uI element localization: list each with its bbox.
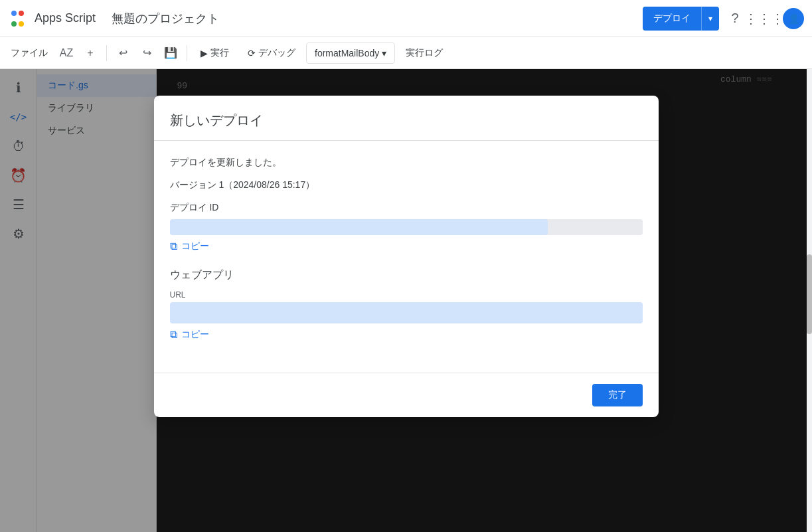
deploy-main-label: デプロイ bbox=[643, 7, 702, 31]
svg-point-2 bbox=[11, 21, 17, 27]
deploy-id-label: デプロイ ID bbox=[170, 202, 643, 214]
apps-button[interactable]: ⋮⋮⋮ bbox=[751, 5, 777, 32]
svg-point-0 bbox=[11, 11, 17, 16]
toolbar-separator-1 bbox=[106, 45, 107, 61]
copy-label-1: コピー bbox=[181, 240, 209, 252]
function-selector[interactable]: formatMailBody ▾ bbox=[306, 43, 395, 64]
copy-deploy-id-button[interactable]: ⧉ コピー bbox=[170, 240, 643, 252]
apps-grid-icon: ⋮⋮⋮ bbox=[744, 11, 784, 27]
copy-url-button[interactable]: ⧉ コピー bbox=[170, 329, 643, 341]
copy-label-2: コピー bbox=[181, 329, 209, 341]
modal-footer: 完了 bbox=[154, 373, 659, 417]
log-label: 実行ログ bbox=[406, 47, 443, 59]
save-button[interactable]: 💾 bbox=[160, 43, 181, 64]
version-text: バージョン 1（2024/08/26 15:17） bbox=[170, 179, 643, 191]
app-logo: Apps Script bbox=[8, 8, 96, 29]
url-label: URL bbox=[170, 290, 643, 300]
done-button[interactable]: 完了 bbox=[592, 384, 643, 406]
toolbar-separator-2 bbox=[187, 45, 187, 61]
sort-icon: AZ bbox=[60, 47, 73, 59]
svg-point-3 bbox=[19, 21, 24, 27]
save-icon: 💾 bbox=[164, 46, 177, 59]
toolbar: ファイル AZ + ↩ ↪ 💾 ▶ 実行 ⟳ デバッグ formatMailBo… bbox=[0, 37, 812, 69]
run-label: 実行 bbox=[210, 47, 229, 59]
run-icon: ▶ bbox=[201, 48, 208, 58]
url-bar bbox=[170, 302, 643, 323]
files-label: ファイル bbox=[5, 47, 53, 59]
svg-point-1 bbox=[19, 11, 24, 16]
project-name: 無題のプロジェクト bbox=[112, 11, 219, 27]
deploy-modal: 新しいデプロイ デプロイを更新しました。 バージョン 1（2024/08/26 … bbox=[154, 96, 659, 417]
modal-title: 新しいデプロイ bbox=[170, 113, 263, 128]
deploy-arrow-icon[interactable]: ▾ bbox=[702, 7, 719, 31]
sort-button[interactable]: AZ bbox=[56, 43, 77, 64]
avatar[interactable]: 👤 bbox=[783, 8, 804, 29]
header: Apps Script 無題のプロジェクト デプロイ ▾ ? ⋮⋮⋮ 👤 bbox=[0, 0, 812, 37]
deploy-button[interactable]: デプロイ ▾ bbox=[643, 7, 719, 31]
redo-icon: ↪ bbox=[143, 46, 151, 59]
deploy-updated-text: デプロイを更新しました。 bbox=[170, 157, 643, 169]
copy-icon-1: ⧉ bbox=[170, 240, 177, 252]
function-selector-arrow: ▾ bbox=[382, 48, 386, 58]
modal-overlay: 新しいデプロイ デプロイを更新しました。 バージョン 1（2024/08/26 … bbox=[0, 69, 812, 532]
debug-label: デバッグ bbox=[258, 47, 295, 59]
function-selector-label: formatMailBody bbox=[315, 48, 379, 58]
run-button[interactable]: ▶ 実行 bbox=[193, 43, 237, 64]
modal-header: 新しいデプロイ bbox=[154, 96, 659, 141]
redo-button[interactable]: ↪ bbox=[136, 43, 157, 64]
modal-body: デプロイを更新しました。 バージョン 1（2024/08/26 15:17） デ… bbox=[154, 141, 659, 373]
main-layout: ℹ </> ⏱ ⏰ ☰ ⚙ コード.gs ライブラリ サービス colu bbox=[0, 69, 812, 532]
help-icon: ? bbox=[731, 11, 738, 26]
add-file-button[interactable]: + bbox=[80, 43, 101, 64]
add-icon: + bbox=[87, 47, 93, 59]
log-button[interactable]: 実行ログ bbox=[398, 43, 451, 64]
app-title: Apps Script bbox=[35, 11, 96, 25]
avatar-initial: 👤 bbox=[788, 13, 799, 24]
deploy-id-bar bbox=[170, 219, 643, 235]
debug-icon: ⟳ bbox=[248, 48, 256, 58]
undo-icon: ↩ bbox=[119, 46, 127, 59]
undo-button[interactable]: ↩ bbox=[112, 43, 133, 64]
copy-icon-2: ⧉ bbox=[170, 329, 177, 341]
debug-button[interactable]: ⟳ デバッグ bbox=[240, 43, 303, 64]
web-app-title: ウェブアプリ bbox=[170, 268, 643, 282]
deploy-id-bar-inner bbox=[170, 219, 548, 235]
